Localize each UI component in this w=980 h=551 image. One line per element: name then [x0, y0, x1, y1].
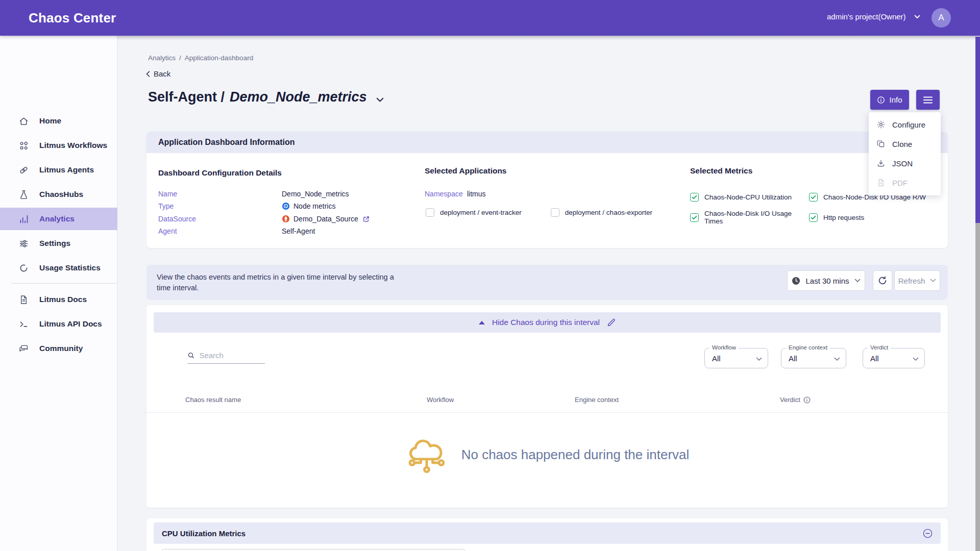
prometheus-icon [282, 215, 290, 223]
cpu-section-header: CPU Utilization Metrics [154, 522, 941, 544]
engine-context-filter-select[interactable]: Engine context All [781, 348, 846, 368]
info-circle-icon[interactable] [803, 396, 811, 404]
download-icon [876, 159, 886, 168]
filter-label: Workflow [709, 344, 739, 350]
hamburger-icon [923, 96, 933, 104]
empty-state: No chaos happened during the interval [146, 434, 948, 475]
chaos-events-card: Hide Chaos during this interval Workflow… [146, 305, 948, 508]
sidebar-item-litmus-api-docs[interactable]: Litmus API Docs [0, 313, 117, 335]
chart-container-partial [161, 549, 465, 551]
filter-label: Verdict [868, 344, 891, 350]
sidebar-item-label: Litmus Docs [39, 295, 87, 304]
scrollbar-thumb[interactable] [975, 37, 980, 223]
menu-item-clone[interactable]: Clone [869, 134, 941, 154]
chevron-down-icon [834, 357, 840, 361]
home-icon [18, 116, 29, 127]
namespace-row: Namespace litmus [425, 189, 486, 199]
checkbox-cpu-utilization[interactable] [690, 193, 699, 202]
workflows-icon [18, 140, 29, 151]
sidebar-item-litmus-docs[interactable]: Litmus Docs [0, 288, 117, 311]
filter-value: All [870, 354, 879, 363]
sidebar-item-litmus-agents[interactable]: Litmus Agents [0, 159, 117, 181]
refresh-rate-dropdown[interactable]: Refresh [894, 270, 940, 291]
menu-item-json[interactable]: JSON [869, 154, 941, 173]
menu-item-label: Clone [892, 140, 912, 148]
checkbox-chaos-exporter[interactable] [551, 208, 559, 217]
hide-chaos-toggle[interactable]: Hide Chaos during this interval [154, 312, 941, 333]
page-title: Self-Agent / Demo_Node_metrics [148, 88, 384, 106]
column-header-label: Verdict [780, 396, 800, 404]
metrics-section-title: Selected Metrics [690, 166, 752, 176]
breadcrumb-analytics[interactable]: Analytics [148, 54, 176, 62]
breadcrumb-separator: / [179, 54, 181, 62]
interval-description: View the chaos events and metrics in a g… [157, 272, 402, 293]
filter-value: All [712, 354, 721, 363]
sidebar-item-analytics[interactable]: Analytics [0, 208, 117, 230]
back-link[interactable]: Back [146, 69, 170, 78]
search-box [187, 351, 265, 364]
datasource-label: DataSource [158, 215, 282, 223]
project-label: admin's project(Owner) [827, 12, 906, 21]
hide-chaos-label: Hide Chaos during this interval [492, 318, 600, 327]
community-icon [18, 343, 29, 354]
sidebar-item-settings[interactable]: Settings [0, 232, 117, 255]
workflow-filter-select[interactable]: Workflow All [704, 348, 768, 368]
column-header-chaos-result-name: Chaos result name [185, 396, 241, 404]
sidebar-item-label: Usage Statistics [39, 263, 101, 272]
checkbox-disk-io-rw[interactable] [809, 193, 818, 202]
menu-item-label: JSON [892, 159, 913, 168]
sidebar-item-label: Community [39, 344, 83, 353]
agent-value: Self-Agent [282, 227, 315, 235]
chevron-down-icon [756, 357, 762, 361]
search-input[interactable] [199, 351, 265, 360]
sidebar-item-label: Home [39, 116, 61, 126]
menu-item-configure[interactable]: Configure [869, 115, 941, 134]
cpu-section-title: CPU Utilization Metrics [162, 529, 246, 538]
agent-label: Agent [158, 227, 282, 235]
applications-section-title: Selected Applications [425, 166, 507, 176]
project-selector[interactable]: admin's project(Owner) [827, 12, 920, 21]
config-row-name: Name Demo_Node_metrics [158, 189, 349, 199]
sidebar-item-community[interactable]: Community [0, 337, 117, 360]
filter-value: All [789, 354, 797, 363]
breadcrumb-current-page: Application-dashboard [185, 54, 253, 62]
document-icon [18, 294, 29, 305]
metrics-row-2: Chaos-Node-Disk I/O Usage Times Http req… [690, 210, 864, 225]
collapse-section-button[interactable] [923, 529, 933, 538]
checkbox-event-tracker[interactable] [426, 208, 434, 217]
scrollbar-track [975, 223, 980, 551]
name-value: Demo_Node_metrics [282, 190, 349, 198]
checkbox-label: deployment / chaos-exporter [565, 209, 652, 216]
dashboard-switcher-chevron-icon[interactable] [376, 90, 384, 106]
sidebar-item-litmus-workflows[interactable]: Litmus Workflows [0, 134, 117, 157]
file-icon [876, 178, 886, 187]
configuration-section-title: Dashboard Configuration Details [158, 168, 282, 178]
avatar[interactable]: A [932, 8, 951, 28]
application-checkbox-row: deployment / event-tracker deployment / … [426, 208, 652, 217]
info-button[interactable]: Info [870, 90, 909, 110]
checkbox-http-requests[interactable] [809, 213, 818, 222]
chevron-left-icon [146, 71, 150, 77]
datasource-value: Demo_Data_Source [293, 215, 358, 223]
pencil-icon[interactable] [607, 318, 616, 327]
sidebar-divider [11, 283, 117, 284]
checkbox-disk-io-times[interactable] [690, 213, 699, 222]
app-title: Chaos Center [29, 10, 116, 26]
refresh-now-button[interactable] [873, 270, 892, 291]
config-row-agent: Agent Self-Agent [158, 226, 315, 236]
info-button-label: Info [889, 95, 902, 104]
time-range-button[interactable]: Last 30 mins [787, 270, 865, 291]
verdict-filter-select[interactable]: Verdict All [863, 348, 925, 368]
sidebar-item-chaoshubs[interactable]: ChaosHubs [0, 183, 117, 206]
type-value: Node metrics [293, 202, 335, 210]
namespace-value: litmus [467, 190, 486, 198]
agents-icon [18, 165, 29, 176]
more-options-button[interactable] [916, 90, 940, 110]
type-label: Type [158, 202, 282, 210]
menu-item-pdf: PDF [869, 173, 941, 192]
sidebar-item-usage-statistics[interactable]: Usage Statistics [0, 257, 117, 279]
sidebar-item-home[interactable]: Home [0, 110, 117, 132]
refresh-icon [877, 276, 888, 286]
minus-circle-icon [923, 529, 933, 538]
external-link-icon[interactable] [362, 215, 370, 223]
